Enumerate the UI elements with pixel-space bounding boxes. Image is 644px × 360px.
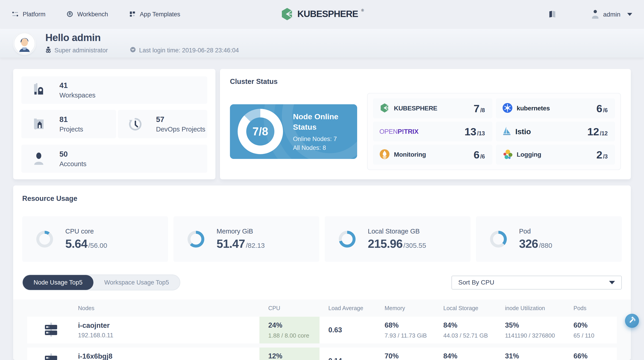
- memory-percent: 68%: [384, 321, 434, 330]
- local-storage-detail: 44.03 / 52.71 GB: [443, 332, 496, 339]
- stat-projects[interactable]: 81 Projects: [21, 110, 116, 138]
- stats-card: 41 Workspaces 81 Projects: [13, 69, 216, 179]
- user-avatar-icon: [591, 9, 600, 20]
- col-header-load-average: Load Average: [320, 305, 376, 312]
- logging-icon: [502, 149, 513, 160]
- table-row[interactable]: i-16x6bgj8 192.168.0.14 12% 0.93 / 8.00 …: [27, 348, 617, 360]
- cpu-donut: [36, 231, 53, 248]
- component-value: 12: [587, 125, 599, 138]
- node-cell[interactable]: i-16x6bgj8 192.168.0.14: [78, 352, 260, 360]
- usage-memory: Memory GiB 51.47 /82.13: [174, 216, 319, 262]
- accounts-icon: [31, 152, 47, 166]
- tab-workspace-usage-top5[interactable]: Workspace Usage Top5: [94, 275, 180, 290]
- node-usage-table: Nodes CPU Load Average Memory Local Stor…: [13, 300, 631, 360]
- node-name: i-16x6bgj8: [78, 352, 260, 360]
- docs-book-icon[interactable]: [548, 10, 557, 20]
- stat-accounts[interactable]: 50 Accounts: [21, 145, 207, 173]
- page-title: Hello admin: [45, 32, 239, 43]
- last-login: Last login time: 2019-06-28 23:46:04: [130, 46, 239, 54]
- local-storage-donut: [339, 231, 356, 248]
- usage-local-storage: Local Storage GB 215.96 /305.55: [325, 216, 470, 262]
- node-online-status-card: 7/8 Node Online Status Online Nodes: 7 A…: [230, 104, 357, 159]
- last-login-label: Last login time: 2019-06-28 23:46:04: [139, 47, 239, 54]
- resource-usage-card: Resource Usage CPU core 5.64 /56.00 Memo…: [13, 186, 631, 360]
- node-name: i-caojnter: [78, 322, 260, 330]
- component-value: 2: [596, 148, 602, 161]
- usage-total: /56.00: [88, 242, 107, 249]
- kubesphere-logo-icon: [280, 7, 294, 22]
- table-row[interactable]: i-caojnter 192.168.0.11 24% 1.88 / 8.00 …: [27, 317, 617, 344]
- component-total: /3: [603, 153, 608, 160]
- component-openpitrix[interactable]: OPENP!TRIX 13 /13: [373, 122, 492, 142]
- welcome-band: Hello admin Super administrator Last log…: [0, 29, 644, 58]
- kubernetes-icon: [502, 103, 513, 114]
- nav-item-label: App Templates: [140, 11, 180, 18]
- stat-workspaces[interactable]: 41 Workspaces: [21, 76, 207, 104]
- cpu-cell: 24% 1.88 / 8.00 core: [260, 317, 320, 344]
- openpitrix-logo: OPENP!TRIX: [379, 128, 418, 135]
- tab-node-usage-top5[interactable]: Node Usage Top5: [23, 275, 94, 290]
- node-server-icon: [27, 353, 78, 360]
- component-value: 13: [464, 125, 476, 138]
- node-online-ratio: 7/8: [238, 109, 283, 154]
- sort-by-value: Sort By CPU: [458, 279, 494, 286]
- component-logging[interactable]: Logging 2 /3: [496, 145, 615, 164]
- col-header-pods: Pods: [565, 305, 617, 312]
- monitoring-prometheus-icon: [379, 149, 390, 160]
- user-menu[interactable]: admin: [591, 9, 632, 20]
- usage-pod: Pod 326 /880: [476, 216, 622, 262]
- component-kubernetes[interactable]: kubernetes 6 /6: [496, 98, 615, 118]
- component-istio[interactable]: Istio 12 /12: [496, 122, 615, 142]
- nav-item-platform[interactable]: Platform: [12, 11, 46, 18]
- component-monitoring[interactable]: Monitoring 6 /6: [373, 145, 492, 164]
- stat-label: DevOps Projects: [156, 126, 206, 133]
- cluster-status-title: Cluster Status: [230, 78, 621, 86]
- table-header: Nodes CPU Load Average Memory Local Stor…: [27, 300, 617, 317]
- node-ip: 192.168.0.11: [78, 332, 260, 339]
- memory-donut: [188, 231, 204, 248]
- stat-value: 50: [60, 150, 86, 158]
- stat-value: 81: [60, 115, 83, 124]
- inode-percent: 35%: [505, 321, 565, 330]
- inode-cell: 35% 1141190 / 3276800: [496, 321, 565, 339]
- component-name: Monitoring: [394, 151, 426, 158]
- stat-value: 41: [60, 81, 96, 90]
- memory-percent: 70%: [384, 352, 434, 360]
- top-nav: Platform Workbench App Templates KUBESPH…: [0, 0, 644, 29]
- usage-value: 5.64: [65, 237, 87, 250]
- stat-value: 57: [156, 115, 206, 124]
- component-name: KUBESPHERE: [394, 105, 437, 112]
- col-header-nodes: Nodes: [78, 305, 260, 312]
- memory-detail: 7.93 / 11.73 GiB: [384, 332, 434, 339]
- component-kubesphere[interactable]: KUBESPHERE 7 /8: [373, 98, 492, 118]
- stat-devops-projects[interactable]: 57 DevOps Projects: [118, 110, 207, 138]
- usage-label: Memory GiB: [216, 228, 265, 235]
- usage-total: /82.13: [246, 242, 265, 249]
- node-online-title: Node Online Status: [293, 112, 350, 132]
- load-average-cell: 0.14: [320, 357, 376, 360]
- col-header-local-storage: Local Storage: [434, 305, 496, 312]
- user-role-label: Super administrator: [54, 47, 108, 54]
- component-total: /6: [603, 107, 608, 114]
- logo-text: KUBESPHERE: [297, 9, 358, 19]
- node-cell[interactable]: i-caojnter 192.168.0.11: [78, 322, 260, 339]
- components-panel: KUBESPHERE 7 /8 kubernetes: [367, 93, 621, 170]
- node-server-icon: [27, 322, 78, 338]
- resource-usage-title: Resource Usage: [22, 194, 622, 203]
- user-role: Super administrator: [45, 46, 108, 54]
- sort-by-select[interactable]: Sort By CPU: [452, 276, 622, 290]
- col-header-cpu: CPU: [260, 305, 320, 312]
- nav-item-app-templates[interactable]: App Templates: [129, 11, 180, 18]
- load-average-value: 0.14: [328, 357, 376, 360]
- pods-cell: 66% 72 / 110: [565, 352, 617, 360]
- toolbox-button[interactable]: [625, 314, 639, 328]
- usage-label: Local Storage GB: [368, 228, 426, 235]
- usage-value: 326: [519, 237, 538, 250]
- workbench-icon: [66, 11, 73, 18]
- chevron-down-icon: [609, 281, 615, 284]
- memory-cell: 70% 8.11 / 11.73 GiB: [376, 352, 434, 360]
- nav-item-workbench[interactable]: Workbench: [66, 11, 108, 18]
- inode-percent: 31%: [505, 352, 565, 360]
- cpu-percent: 12%: [268, 352, 320, 360]
- col-header-inode-utilization: inode Utilization: [496, 305, 565, 312]
